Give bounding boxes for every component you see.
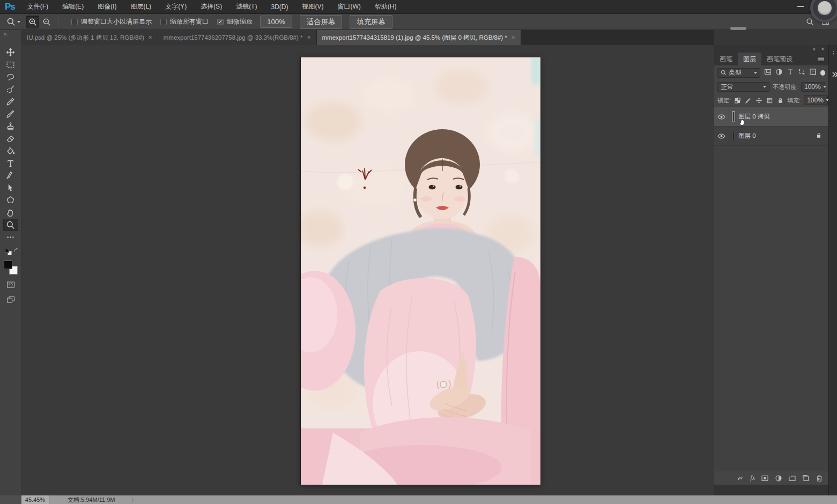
scrubby-zoom-checkbox[interactable]: ✓ 细微缩放 [217, 17, 253, 26]
tool-shape[interactable] [3, 194, 18, 206]
tool-brush[interactable] [3, 108, 18, 120]
visibility-toggle[interactable] [714, 107, 729, 126]
new-group-icon[interactable] [788, 475, 796, 482]
filter-adjustment-layers-icon[interactable] [775, 68, 783, 77]
tool-eyedropper[interactable] [3, 95, 18, 108]
lock-position-icon[interactable] [755, 97, 762, 104]
layer-thumbnail[interactable] [733, 113, 734, 121]
status-options-chevron[interactable]: 〉 [131, 496, 137, 504]
tool-paint-bucket[interactable] [3, 145, 18, 157]
default-colors-control[interactable] [4, 249, 18, 256]
zoom-in-icon [28, 18, 37, 26]
tool-quick-selection[interactable] [3, 83, 18, 95]
swap-colors-icon[interactable] [13, 247, 19, 253]
tab-brush-presets[interactable]: 画笔预设 [761, 53, 798, 65]
menu-image[interactable]: 图像(I) [91, 0, 123, 13]
menu-layer[interactable]: 图层(L) [123, 0, 158, 13]
scrollbar-thumb[interactable] [730, 27, 746, 30]
fill-screen-button[interactable]: 填充屏幕 [350, 15, 392, 29]
new-adjustment-layer-icon[interactable] [775, 475, 782, 482]
lock-pixels-icon[interactable] [745, 97, 752, 104]
current-tool-preset[interactable] [0, 17, 26, 26]
tool-move[interactable] [3, 46, 18, 58]
canvas-pasteboard[interactable] [21, 45, 714, 495]
tab-label: IU.psd @ 25% (多边形 1 拷贝 13, RGB/8#) [27, 34, 144, 42]
filter-shape-layers-icon[interactable] [798, 68, 805, 77]
document-tab-2[interactable]: mmexport1577436207758.jpg @ 33.3%(RGB/8#… [158, 30, 317, 45]
tool-type[interactable] [3, 157, 18, 169]
new-layer-icon[interactable] [802, 475, 810, 482]
tool-rectangular-marquee[interactable] [3, 58, 18, 71]
close-icon[interactable]: × [149, 34, 152, 41]
tool-lasso[interactable] [3, 71, 18, 83]
collapsed-panel-icon[interactable]: ⋮⋮ [831, 50, 837, 56]
checkbox-unchecked[interactable] [71, 19, 78, 25]
quick-mask-button[interactable] [5, 280, 17, 290]
checkbox-checked[interactable]: ✓ [217, 19, 224, 25]
collapsed-panel-icon[interactable] [831, 71, 837, 78]
tool-eraser[interactable] [3, 132, 18, 145]
document-tab-1[interactable]: IU.psd @ 25% (多边形 1 拷贝 13, RGB/8#) × [21, 30, 158, 45]
lock-all-icon[interactable] [777, 97, 784, 104]
foreground-color-swatch[interactable] [4, 261, 12, 269]
tool-path-selection[interactable] [3, 182, 18, 194]
menu-file[interactable]: 文件(F) [20, 0, 55, 13]
menu-view[interactable]: 视图(V) [295, 0, 330, 13]
zoom-out-button[interactable] [40, 16, 53, 28]
close-icon[interactable]: × [307, 34, 310, 41]
zoom-level-field[interactable]: 45.45% [21, 495, 49, 504]
layer-row-copy[interactable]: 图层 0 拷贝 [714, 107, 828, 127]
menu-filter[interactable]: 滤镜(T) [229, 0, 264, 13]
tab-layers[interactable]: 图层 [738, 53, 761, 65]
filter-type-dropdown[interactable]: 类型 [717, 68, 760, 78]
tool-pen[interactable] [3, 169, 18, 182]
close-panel-icon[interactable]: × [821, 46, 824, 52]
menu-3d[interactable]: 3D(D) [264, 0, 295, 13]
layer-thumbnail-image [733, 113, 734, 121]
link-layers-icon[interactable] [736, 475, 744, 482]
toolbar-collapse[interactable]: » [0, 30, 21, 45]
visibility-toggle[interactable] [714, 127, 729, 145]
fill-input[interactable]: 100% [804, 95, 828, 105]
menu-help[interactable]: 帮助(H) [368, 0, 404, 13]
zoom-100-button[interactable]: 100% [260, 16, 292, 28]
menu-type[interactable]: 文字(Y) [158, 0, 194, 13]
collapsed-dock-strip[interactable]: ⋮⋮ [828, 45, 837, 495]
menu-select[interactable]: 选择(S) [194, 0, 229, 13]
document-tab-3-active[interactable]: mmexport1577434315819 (1).jpg @ 45.5% (图… [317, 30, 521, 45]
zoom-in-button[interactable] [26, 16, 39, 28]
tool-more[interactable] [3, 231, 18, 243]
chevron-down-icon [754, 72, 757, 74]
tab-brush[interactable]: 画笔 [714, 53, 738, 65]
screen-mode-button[interactable] [5, 295, 17, 305]
menu-edit[interactable]: 编辑(E) [55, 0, 91, 13]
foreground-background-colors[interactable] [4, 261, 18, 275]
opacity-input[interactable]: 100% [801, 82, 825, 92]
lock-artboard-icon[interactable] [766, 97, 773, 104]
minimize-button[interactable] [797, 6, 804, 7]
zoom-all-windows-checkbox[interactable]: 缩放所有窗口 [160, 17, 209, 26]
filter-type-layers-icon[interactable] [787, 68, 794, 77]
fit-screen-button[interactable]: 适合屏幕 [300, 15, 342, 29]
lock-transparency-icon[interactable] [734, 97, 741, 104]
add-layer-mask-icon[interactable] [761, 475, 769, 482]
checkbox-unchecked[interactable] [160, 19, 167, 25]
close-icon[interactable]: × [512, 34, 515, 41]
tool-clone-stamp[interactable] [3, 120, 18, 132]
layer-styles-icon[interactable]: fx [750, 474, 755, 482]
blend-mode-select[interactable]: 正常 [717, 82, 769, 92]
layer-filtering-toggle[interactable] [820, 70, 825, 76]
collapse-panels-icon[interactable]: « [813, 46, 816, 52]
filter-smart-objects-icon[interactable] [809, 68, 817, 77]
layer-row-background[interactable]: 图层 0 [714, 127, 828, 146]
document-canvas[interactable] [301, 57, 540, 485]
delete-layer-icon[interactable] [816, 475, 823, 482]
tool-zoom[interactable] [3, 219, 18, 231]
resize-windows-checkbox[interactable]: 调整窗口大小以满屏显示 [71, 17, 152, 26]
panel-menu-icon[interactable] [818, 57, 824, 62]
search-icon[interactable] [806, 18, 814, 26]
tool-hand[interactable] [3, 206, 18, 219]
menu-window[interactable]: 窗口(W) [330, 0, 367, 13]
filter-pixel-layers-icon[interactable] [764, 68, 772, 77]
layer-thumbnail[interactable] [733, 132, 734, 140]
